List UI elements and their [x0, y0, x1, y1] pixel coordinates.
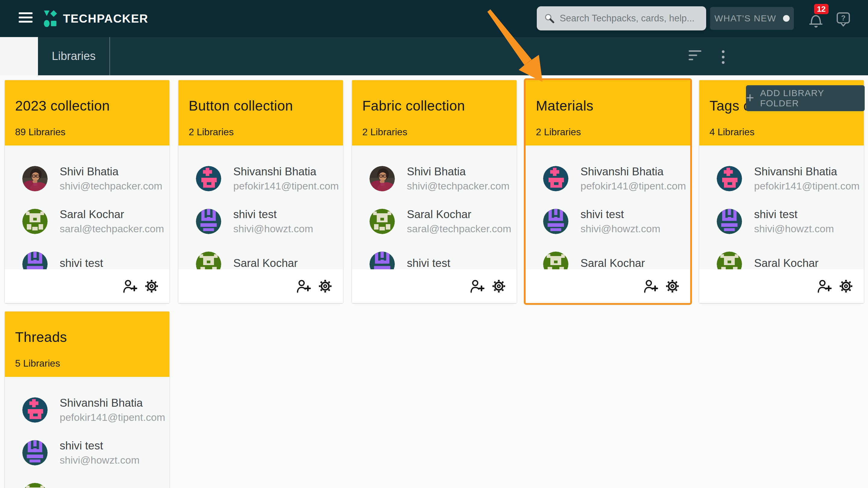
toolbar-left-spacer — [0, 37, 38, 75]
member-email: saral@techpacker.com — [407, 223, 517, 235]
gear-icon — [491, 279, 506, 294]
member-email: shivi@techpacker.com — [407, 180, 517, 192]
library-folder-card-threads[interactable]: Threads 5 Libraries Shivanshi Bhatia pef… — [5, 312, 169, 488]
card-library-count: 2 Libraries — [189, 127, 334, 138]
member-name: Saral Kochar — [233, 257, 343, 270]
member-email: pefokir141@tipent.com — [60, 412, 169, 423]
member-name: Saral Kochar — [754, 257, 864, 270]
brand-name: TECHPACKER — [63, 12, 148, 25]
notifications-button[interactable] — [808, 12, 830, 30]
cards-row-1: 2023 collection 89 Libraries Shivi Bhati… — [0, 80, 868, 303]
member-email: pefokir141@tipent.com — [233, 180, 343, 192]
add-member-icon — [470, 279, 485, 294]
search-input[interactable] — [560, 13, 699, 24]
card-title: Materials — [536, 98, 681, 114]
avatar — [370, 209, 395, 234]
card-member-list: Shivanshi Bhatia pefokir141@tipent.com s… — [5, 377, 169, 488]
avatar — [196, 209, 221, 234]
card-footer — [5, 269, 169, 303]
add-member-button[interactable] — [122, 279, 137, 294]
member-name: Saral Kochar — [60, 208, 169, 221]
library-folder-card-materials[interactable]: Materials 2 Libraries Shivanshi Bhatia p… — [526, 80, 690, 303]
add-member-button[interactable] — [643, 279, 658, 294]
card-footer — [352, 269, 517, 303]
member-name: Shivi Bhatia — [407, 165, 517, 178]
help-icon: ? — [836, 12, 850, 30]
card-header: Fabric collection 2 Libraries — [352, 80, 517, 145]
avatar — [22, 209, 48, 234]
library-folder-card-fabric-collection[interactable]: Fabric collection 2 Libraries Shivi Bhat… — [352, 80, 517, 303]
whats-new-button[interactable]: WHAT'S NEW — [710, 7, 794, 30]
member-email: shivi@howzt.com — [581, 223, 690, 235]
member-row: Shivi Bhatia shivi@techpacker.com — [5, 166, 169, 191]
add-member-icon — [817, 279, 832, 294]
add-library-folder-button[interactable]: + ADD LIBRARY FOLDER — [746, 85, 865, 111]
card-header: Button collection 2 Libraries — [179, 80, 343, 145]
card-header: Threads 5 Libraries — [5, 312, 169, 377]
card-title: 2023 collection — [15, 98, 160, 114]
member-email: shivi@techpacker.com — [60, 180, 169, 192]
member-name: Saral Kochar — [407, 208, 517, 221]
card-footer — [526, 269, 690, 303]
top-navigation-bar: TECHPACKER WHAT'S NEW 12 ? — [0, 0, 868, 37]
whats-new-label: WHAT'S NEW — [714, 13, 776, 24]
member-name: shivi test — [233, 208, 343, 221]
member-row: Shivanshi Bhatia pefokir141@tipent.com — [5, 397, 169, 423]
search-icon — [544, 13, 555, 24]
member-row: shivi test shivi@howzt.com — [179, 209, 343, 234]
add-member-button[interactable] — [470, 279, 485, 294]
card-library-count: 2 Libraries — [536, 127, 681, 138]
member-name: shivi test — [754, 208, 864, 221]
avatar — [22, 440, 48, 465]
member-email: pefokir141@tipent.com — [754, 180, 864, 192]
settings-button[interactable] — [838, 279, 854, 294]
avatar — [22, 483, 48, 488]
member-name: Shivanshi Bhatia — [60, 397, 169, 410]
menu-icon[interactable] — [19, 12, 33, 24]
library-folder-card-tags-collection[interactable]: Tags collection 4 Libraries Shivanshi Bh… — [699, 80, 864, 303]
card-library-count: 89 Libraries — [15, 127, 160, 138]
member-row: shivi test shivi@howzt.com — [526, 209, 690, 234]
notification-count-badge: 12 — [814, 4, 829, 14]
sort-icon[interactable] — [689, 50, 701, 63]
card-library-count: 5 Libraries — [15, 358, 160, 369]
card-footer — [179, 269, 343, 303]
member-row: shivi test shivi@howzt.com — [5, 440, 169, 465]
brand-logo[interactable]: TECHPACKER — [44, 0, 148, 37]
tab-libraries-label: Libraries — [52, 50, 96, 63]
card-library-count: 2 Libraries — [362, 127, 507, 138]
member-name: Saral Kochar — [581, 257, 690, 270]
help-button[interactable]: ? — [836, 12, 850, 30]
member-row: Saral Kochar saral@techpacker.com — [5, 209, 169, 234]
svg-text:?: ? — [841, 14, 846, 22]
card-header: 2023 collection 89 Libraries — [5, 80, 169, 145]
add-member-icon — [296, 279, 311, 294]
add-member-icon — [122, 279, 137, 294]
member-name: shivi test — [60, 257, 169, 270]
add-member-button[interactable] — [296, 279, 311, 294]
avatar — [22, 397, 48, 423]
member-name: shivi test — [407, 257, 517, 270]
gear-icon — [318, 279, 333, 294]
library-folder-card-button-collection[interactable]: Button collection 2 Libraries Shivanshi … — [179, 80, 343, 303]
member-row: Shivi Bhatia shivi@techpacker.com — [352, 166, 517, 191]
member-row — [5, 483, 169, 488]
global-search[interactable] — [537, 6, 706, 30]
settings-button[interactable] — [318, 279, 333, 294]
settings-button[interactable] — [665, 279, 680, 294]
plus-icon: + — [746, 91, 754, 104]
card-title: Fabric collection — [362, 98, 507, 114]
settings-button[interactable] — [491, 279, 506, 294]
more-options-icon[interactable] — [722, 50, 725, 67]
card-header: Materials 2 Libraries — [526, 80, 690, 145]
library-folder-card-2023-collection[interactable]: 2023 collection 89 Libraries Shivi Bhati… — [5, 80, 169, 303]
member-row: Shivanshi Bhatia pefokir141@tipent.com — [179, 166, 343, 191]
settings-button[interactable] — [144, 279, 159, 294]
add-member-icon — [643, 279, 658, 294]
secondary-toolbar: Libraries + ADD LIBRARY FOLDER — [0, 37, 868, 75]
add-member-button[interactable] — [817, 279, 832, 294]
tab-libraries[interactable]: Libraries — [38, 37, 110, 75]
member-name: Shivanshi Bhatia — [233, 165, 343, 178]
member-row: Shivanshi Bhatia pefokir141@tipent.com — [699, 166, 864, 191]
avatar — [22, 166, 48, 191]
